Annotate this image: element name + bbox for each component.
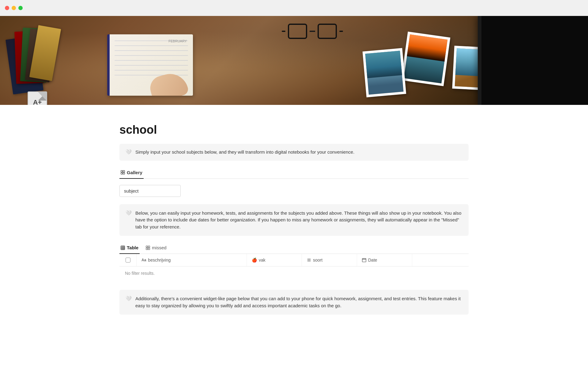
checkbox-col-icon <box>126 258 130 263</box>
th-date-label: Date <box>368 258 377 263</box>
close-button[interactable] <box>5 6 9 10</box>
books-decoration <box>9 25 58 93</box>
subject-input[interactable] <box>119 185 181 197</box>
th-beschrijving: Aa beschrijving <box>137 254 247 266</box>
titlebar <box>0 0 588 16</box>
photo-2-decoration <box>363 48 406 98</box>
info-box-2: 🤍 Below, you can easily input your homew… <box>119 204 469 236</box>
notebook-decoration: FEBRUARY <box>107 34 193 96</box>
sub-tab-table-label: Table <box>127 245 138 250</box>
info-box-3: 🤍 Additionally, there's a convenient wid… <box>119 290 469 315</box>
th-vak: 🍎 vak <box>247 254 302 266</box>
photo-1-decoration <box>401 32 450 86</box>
info-text-2: Below, you can easily input your homewor… <box>135 210 462 231</box>
svg-rect-1 <box>123 171 125 172</box>
info-text-1: Simply input your school subjects below,… <box>135 149 354 156</box>
th-beschrijving-label: beschrijving <box>148 258 171 263</box>
sub-tab-missed[interactable]: missed <box>145 242 168 254</box>
main-content: school 🤍 Simply input your school subjec… <box>95 105 493 327</box>
date-calendar-icon <box>362 258 366 262</box>
page-title: school <box>119 123 469 136</box>
soort-list-icon <box>307 258 311 262</box>
tab-gallery[interactable]: Gallery <box>119 167 144 179</box>
gallery-tab-icon <box>121 170 125 174</box>
maximize-button[interactable] <box>18 6 23 10</box>
svg-rect-12 <box>148 248 150 249</box>
glasses-decoration <box>282 22 343 40</box>
th-soort: soort <box>302 254 357 266</box>
svg-rect-9 <box>146 246 148 247</box>
svg-rect-16 <box>362 259 366 262</box>
gallery-tabs-row: Gallery <box>119 167 469 179</box>
subject-input-wrapper <box>119 185 469 197</box>
info-box-1: 🤍 Simply input your school subjects belo… <box>119 144 469 161</box>
svg-rect-2 <box>121 173 123 174</box>
table-tab-icon <box>121 246 125 250</box>
gallery-tab-label: Gallery <box>127 170 142 175</box>
heart-icon-3: 🤍 <box>126 296 132 301</box>
th-soort-label: soort <box>313 258 322 263</box>
sub-tabs-row: Table missed <box>119 242 469 254</box>
missed-tab-icon <box>146 246 150 250</box>
svg-rect-3 <box>123 173 125 174</box>
tablet-decoration <box>478 16 588 105</box>
minimize-button[interactable] <box>12 6 16 10</box>
beschrijving-text-icon: Aa <box>141 258 146 262</box>
svg-rect-11 <box>146 248 148 249</box>
th-date: Date <box>357 254 412 266</box>
sub-tab-table[interactable]: Table <box>119 242 140 254</box>
page-icon: A+ <box>28 91 47 105</box>
svg-rect-0 <box>121 171 123 172</box>
th-vak-label: vak <box>259 258 266 263</box>
table-header: Aa beschrijving 🍎 vak soort Date <box>119 254 469 266</box>
heart-icon-1: 🤍 <box>126 149 132 155</box>
info-text-3: Additionally, there's a convenient widge… <box>135 295 462 309</box>
vak-apple-icon: 🍎 <box>252 258 257 263</box>
hero-banner: FEBRUARY A+ <box>0 16 588 105</box>
svg-rect-10 <box>148 246 150 247</box>
svg-rect-4 <box>121 246 125 249</box>
no-results-text: No filter results. <box>119 266 469 280</box>
heart-icon-2: 🤍 <box>126 210 132 216</box>
page-icon-corner <box>38 92 47 101</box>
sub-tab-missed-label: missed <box>152 245 167 250</box>
th-checkbox <box>119 254 137 266</box>
